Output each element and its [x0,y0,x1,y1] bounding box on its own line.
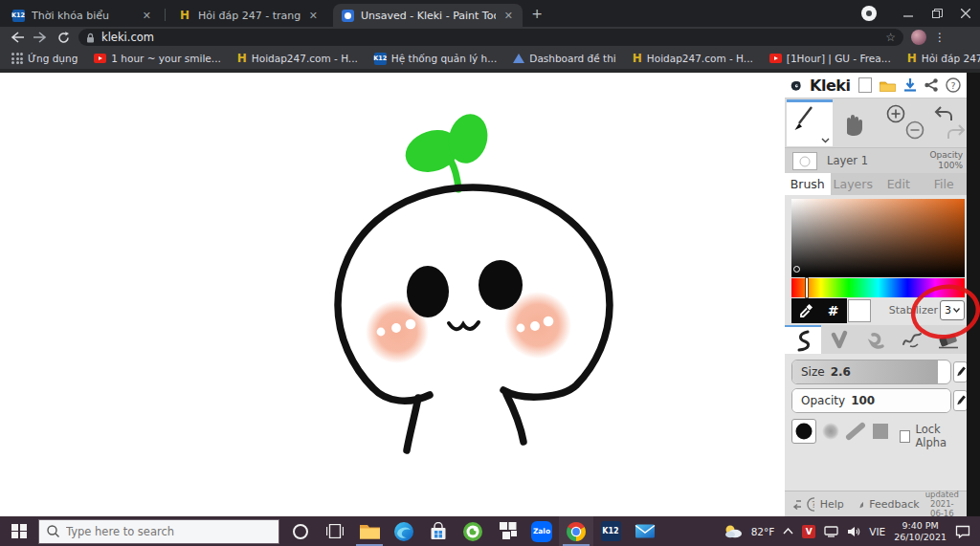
volume-icon[interactable] [847,526,860,537]
tab-brush[interactable]: Brush [785,173,831,195]
pencil-icon [956,366,966,378]
help-circle-icon[interactable]: ? [807,497,814,512]
bookmark-item[interactable]: Dashboard đề thi [513,53,615,64]
bookmark-item[interactable]: K12 Hệ thống quản lý h... [374,53,497,65]
tip-circle-button[interactable] [791,419,816,444]
layer-thumbnail[interactable] [792,152,817,170]
language-indicator[interactable]: VIE [869,526,885,537]
opacity-slider-label: Opacity100 [801,394,875,407]
tip-square-button[interactable] [868,419,893,444]
address-bar[interactable]: kleki.com ☆ [78,29,903,46]
redo-icon[interactable] [946,123,967,142]
mail-button[interactable] [628,516,662,546]
notification-icon[interactable] [955,525,970,538]
cortana-button[interactable] [283,516,318,546]
chrome-button[interactable] [559,516,593,546]
temperature-text[interactable]: 82°F [751,526,775,537]
hex-input-button[interactable]: # [819,298,847,323]
tab-close-icon[interactable]: ✕ [141,10,153,22]
eye-left [407,266,449,317]
restore-button[interactable] [923,0,951,27]
clock[interactable]: 9:40 PM 26/10/2021 [894,520,947,542]
smudge-brush-button[interactable] [858,325,894,354]
ime-v-icon[interactable]: V [802,525,815,538]
color-gradient-square[interactable] [791,199,965,277]
chevron-down-icon [821,138,830,143]
k12-app-button[interactable]: K12 [593,516,628,546]
task-view-button[interactable] [318,516,352,546]
brush-tool-button[interactable] [787,99,833,146]
blend-brush-button[interactable] [821,325,858,354]
open-file-button[interactable] [880,76,896,95]
opacity-slider[interactable]: Opacity100 [791,388,951,413]
feedback-link[interactable]: Feedback [869,498,919,511]
chevron-down-icon [953,308,960,313]
apps-shortcut[interactable]: Ứng dụng [11,53,78,64]
forward-button[interactable] [29,29,52,46]
bookmark-item[interactable]: H Hỏi đáp 247 - trang... [907,52,980,65]
start-button[interactable] [0,516,38,546]
file-explorer-button[interactable] [352,516,387,546]
save-download-button[interactable] [903,76,917,95]
hue-slider[interactable] [791,278,965,297]
lock-alpha-checkbox[interactable] [900,430,910,443]
current-color-swatch[interactable] [848,299,871,322]
zoom-in-icon[interactable] [886,104,905,123]
size-slider[interactable]: Size2.6 [791,360,951,384]
tab-edit[interactable]: Edit [876,173,922,195]
pen-brush-button[interactable] [785,325,821,354]
bookmark-item[interactable]: H Hoidap247.com - H... [633,52,753,65]
size-edit-button[interactable] [953,361,968,382]
tab-close-icon[interactable]: ✕ [502,10,515,22]
tab-close-icon[interactable]: ✕ [307,10,320,22]
mouth [449,322,479,329]
bookmark-star-icon[interactable]: ☆ [885,31,896,44]
network-icon[interactable] [824,526,838,537]
profile-avatar[interactable] [911,30,926,45]
bookmark-item[interactable]: [1Hour] | GU - Frea... [769,53,891,64]
eyedropper-button[interactable] [791,298,819,323]
zoom-out-icon[interactable] [905,120,924,140]
browser-tab-1[interactable]: K12 Thời khóa biểu ✕ [4,4,161,27]
system-tray: 82°F V VIE 9:40 PM 26/10/2021 [724,520,980,542]
opacity-edit-button[interactable] [953,390,968,411]
new-image-button[interactable] [858,76,871,95]
bookmark-item[interactable]: H Hoidap247.com - H... [237,52,358,65]
browser-tab-active[interactable]: Unsaved - Kleki - Paint Tool ✕ [333,4,523,27]
hand-tool-icon[interactable] [842,110,867,137]
back-button[interactable] [6,29,29,46]
edge-button[interactable] [387,516,421,546]
swap-icon[interactable] [792,498,801,510]
search-input[interactable] [66,525,248,538]
record-indicator-icon[interactable] [861,6,877,21]
help-link[interactable]: Help [820,498,844,511]
new-tab-button[interactable]: + [529,6,545,21]
browser-menu-icon[interactable]: ⋮ [934,31,946,44]
undo-icon[interactable] [933,105,954,124]
stabilizer-dropdown[interactable]: 3 [940,300,965,320]
lock-alpha-control[interactable]: Lock Alpha [900,423,967,449]
coccoc-button[interactable] [456,516,490,546]
bookmark-item[interactable]: 1 hour ~ your smile... [94,53,221,64]
zalo-button[interactable]: Zalo [524,516,559,546]
tab-file[interactable]: File [922,173,968,195]
tip-soft-button[interactable] [818,419,843,444]
taskbar-search[interactable] [38,519,279,544]
sketchy-brush-button[interactable] [894,325,930,354]
close-button[interactable] [951,0,980,27]
tray-chevron-icon[interactable] [783,528,793,535]
eraser-button[interactable] [930,325,967,354]
tiles-app-button[interactable] [490,516,524,546]
svg-text:?: ? [950,80,955,91]
browser-tab-2[interactable]: H Hỏi đáp 247 - trang tra loi ✕ [170,4,327,27]
feedback-pencil-icon[interactable] [858,498,863,510]
ms-store-button[interactable] [421,516,456,546]
share-icon[interactable] [924,76,938,95]
tab-layers[interactable]: Layers [831,173,877,195]
layer-row[interactable]: Layer 1 Opacity 100% [785,147,967,173]
help-icon[interactable]: ? [946,76,961,95]
reload-button[interactable] [52,29,75,46]
minimize-button[interactable] [894,0,923,27]
tip-calligraphy-button[interactable] [843,419,868,444]
paint-canvas[interactable] [0,73,785,516]
